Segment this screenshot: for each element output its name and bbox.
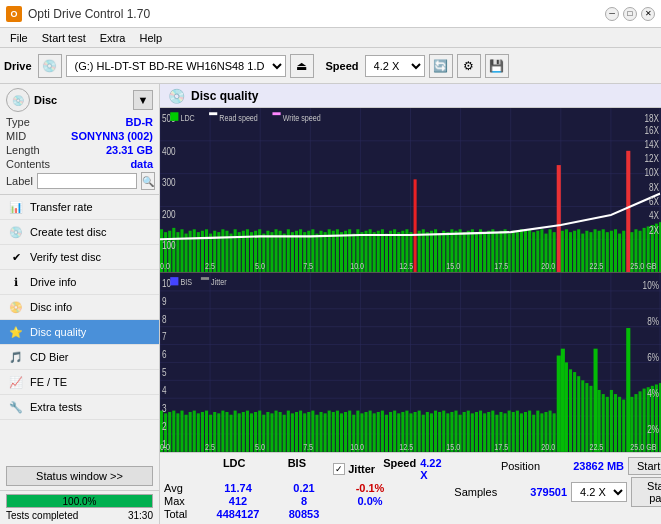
sidebar-item-verify-test-disc[interactable]: ✔ Verify test disc — [0, 245, 159, 270]
sidebar-item-disc-quality[interactable]: ⭐ Disc quality — [0, 320, 159, 345]
svg-text:100: 100 — [162, 239, 176, 252]
total-ldc: 4484127 — [202, 508, 274, 520]
title-bar-left: O Opti Drive Control 1.70 — [6, 6, 150, 22]
sidebar-item-cd-bier[interactable]: 🎵 CD Bier — [0, 345, 159, 370]
svg-text:8X: 8X — [649, 180, 659, 193]
menu-file[interactable]: File — [4, 31, 34, 45]
sidebar-item-fe-te[interactable]: 📈 FE / TE — [0, 370, 159, 395]
fe-te-icon: 📈 — [8, 374, 24, 390]
disc-label-input[interactable] — [37, 173, 137, 189]
progress-bar: 100.0% — [6, 494, 153, 508]
stats-footer: LDC BIS ✓ Jitter Speed 4.22 X Avg 11.74 … — [160, 452, 661, 524]
start-part-button[interactable]: Start part — [631, 477, 661, 507]
start-full-button[interactable]: Start full — [628, 457, 661, 475]
speed-dropdown[interactable]: 4.2 X — [571, 482, 627, 502]
content-area: 💿 Disc quality — [160, 84, 661, 524]
svg-rect-208 — [225, 412, 228, 452]
svg-text:8%: 8% — [647, 315, 659, 327]
svg-rect-73 — [389, 231, 392, 272]
jitter-check: ✓ Jitter — [333, 457, 375, 481]
svg-rect-119 — [577, 229, 580, 272]
svg-text:5: 5 — [162, 366, 167, 378]
svg-rect-301 — [606, 397, 609, 452]
svg-text:10X: 10X — [644, 166, 659, 179]
minimize-button[interactable]: ─ — [605, 7, 619, 21]
svg-rect-129 — [618, 234, 621, 273]
disc-label-row: Label 🔍 — [6, 172, 153, 190]
svg-rect-260 — [438, 412, 441, 452]
sidebar-item-create-test-disc[interactable]: 💿 Create test disc — [0, 220, 159, 245]
bottom-chart-svg: 10% 8% 6% 4% 2% 10 9 8 7 6 5 4 3 2 1 — [160, 273, 661, 452]
svg-rect-22 — [180, 229, 183, 272]
settings-button[interactable]: ⚙ — [457, 54, 481, 78]
svg-rect-272 — [487, 412, 490, 452]
svg-text:2.5: 2.5 — [205, 442, 215, 452]
svg-rect-114 — [557, 165, 561, 272]
svg-rect-231 — [320, 412, 323, 452]
svg-rect-303 — [614, 394, 617, 452]
svg-rect-213 — [246, 411, 249, 452]
svg-rect-91 — [463, 232, 466, 272]
drive-select[interactable]: (G:) HL-DT-ST BD-RE WH16NS48 1.D3 — [66, 55, 286, 77]
jitter-checkbox[interactable]: ✓ — [333, 463, 345, 475]
svg-rect-257 — [426, 412, 429, 452]
status-window-button[interactable]: Status window >> — [6, 466, 153, 486]
svg-text:6: 6 — [162, 348, 167, 360]
svg-rect-230 — [315, 415, 318, 452]
close-button[interactable]: ✕ — [641, 7, 655, 21]
svg-text:20.0: 20.0 — [541, 260, 555, 271]
svg-rect-302 — [610, 390, 613, 452]
svg-text:400: 400 — [162, 145, 176, 158]
menu-extra[interactable]: Extra — [94, 31, 132, 45]
disc-info-icon: 📀 — [8, 299, 24, 315]
svg-rect-305 — [622, 400, 625, 452]
sidebar-item-drive-info[interactable]: ℹ Drive info — [0, 270, 159, 295]
menu-start-test[interactable]: Start test — [36, 31, 92, 45]
save-button[interactable]: 💾 — [485, 54, 509, 78]
svg-rect-237 — [344, 412, 347, 452]
app-icon: O — [6, 6, 22, 22]
svg-rect-126 — [606, 232, 609, 272]
eject-button[interactable]: ⏏ — [290, 54, 314, 78]
svg-rect-290 — [561, 349, 565, 452]
speed-stat-label: Speed — [383, 457, 416, 481]
nav-list: 📊 Transfer rate 💿 Create test disc ✔ Ver… — [0, 195, 159, 462]
avg-label: Avg — [164, 482, 202, 494]
disc-length-row: Length 23.31 GB — [6, 144, 153, 156]
max-label: Max — [164, 495, 202, 507]
avg-jitter: -0.1% — [342, 482, 398, 494]
menu-help[interactable]: Help — [133, 31, 168, 45]
svg-rect-246 — [381, 411, 384, 452]
svg-rect-59 — [332, 231, 335, 272]
drive-icon-btn: 💿 — [38, 54, 62, 78]
disc-mid-label: MID — [6, 130, 26, 142]
position-row: Position 23862 MB Start full — [501, 457, 661, 475]
svg-rect-259 — [434, 411, 437, 452]
sidebar-item-disc-info[interactable]: 📀 Disc info — [0, 295, 159, 320]
svg-text:LDC: LDC — [180, 112, 194, 123]
svg-text:22.5: 22.5 — [589, 260, 603, 271]
svg-text:5.0: 5.0 — [255, 260, 265, 271]
svg-rect-127 — [610, 231, 613, 272]
disc-header: 💿 Disc ▼ — [6, 88, 153, 112]
speed-select[interactable]: 4.2 X — [365, 55, 425, 77]
svg-rect-47 — [283, 234, 286, 273]
disc-label-btn[interactable]: 🔍 — [141, 172, 155, 190]
sidebar-item-extra-tests[interactable]: 🔧 Extra tests — [0, 395, 159, 420]
title-bar: O Opti Drive Control 1.70 ─ □ ✕ — [0, 0, 661, 28]
svg-rect-96 — [483, 232, 486, 272]
samples-value: 379501 — [501, 486, 567, 498]
svg-rect-284 — [536, 411, 539, 452]
disc-length-value: 23.31 GB — [106, 144, 153, 156]
svg-rect-25 — [193, 229, 196, 272]
sidebar: 💿 Disc ▼ Type BD-R MID SONYNN3 (002) Len… — [0, 84, 160, 524]
svg-text:300: 300 — [162, 176, 176, 189]
sidebar-item-label: Transfer rate — [30, 201, 93, 213]
sidebar-item-transfer-rate[interactable]: 📊 Transfer rate — [0, 195, 159, 220]
stats-total-row: Total 4484127 80853 — [164, 508, 450, 520]
svg-rect-206 — [217, 413, 220, 452]
disc-expand-btn[interactable]: ▼ — [133, 90, 153, 110]
maximize-button[interactable]: □ — [623, 7, 637, 21]
refresh-button[interactable]: 🔄 — [429, 54, 453, 78]
disc-label-key: Label — [6, 175, 33, 187]
